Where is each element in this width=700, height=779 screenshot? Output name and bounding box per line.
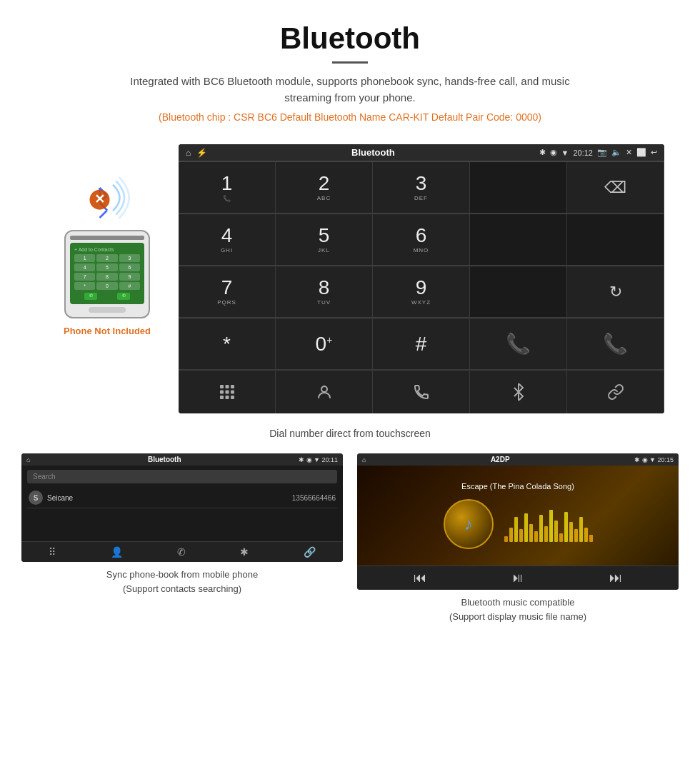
pb-spacer [27,508,337,537]
eq-bar [574,529,578,542]
dial-backspace[interactable]: ⌫ [567,162,664,213]
pb-content: Search S Seicane 13566664466 [21,466,343,541]
dial-key-9[interactable]: 9 WXYZ [373,266,470,318]
svg-rect-10 [231,385,234,388]
play-pause-icon[interactable]: ⏯ [511,571,524,585]
location-icon: ◉ [550,148,557,157]
dial-key-star[interactable]: * [179,318,276,370]
dial-key-4[interactable]: 4 GHI [179,214,276,266]
call-hangup-button[interactable]: 📞 [567,318,664,370]
dial-key-2[interactable]: 2 ABC [276,162,373,213]
dial-key-6[interactable]: 6 MNO [373,214,470,266]
dial-key-7[interactable]: 7 PQRS [179,266,276,318]
equalizer [504,506,593,542]
specs-line: (Bluetooth chip : CSR BC6 Default Blueto… [14,111,686,123]
dial-key-1[interactable]: 1 📞 [179,162,276,213]
phonebook-screen: ⌂ Bluetooth ✱ ◉ ▼ 20:11 Search S Seicane… [21,453,343,562]
pb-bottom-phone[interactable]: ✆ [177,546,186,558]
dialpad-row-3: 7 PQRS 8 TUV 9 WXYZ ↻ [179,266,664,318]
dialpad-row-1: 1 📞 2 ABC 3 DEF ⌫ [179,161,664,213]
dial-key-3[interactable]: 3 DEF [373,162,470,213]
album-art: ♪ [444,499,494,549]
status-bar: ⌂ ⚡ Bluetooth ✱ ◉ ▼ 20:12 📷 🔈 ✕ ⬜ ↩ [179,144,664,161]
music-caption: Bluetooth music compatible (Support disp… [449,595,586,623]
status-bar-right: ✱ ◉ ▼ 20:12 📷 🔈 ✕ ⬜ ↩ [539,148,657,157]
pb-search-placeholder: Search [33,473,56,481]
pb-bottom-bar: ⠿ 👤 ✆ ✱ 🔗 [21,541,343,562]
dial-key-0[interactable]: 0+ [276,318,373,370]
bottom-link-icon[interactable] [567,371,664,413]
eq-bar [509,528,513,542]
phone-section: ✕ + Add to Contacts 123 456 789 *0# ✆ ✆ [36,144,179,336]
svg-rect-14 [220,396,224,399]
eq-bar [539,515,543,542]
eq-bar [514,517,518,542]
music-content: Escape (The Pina Colada Song) ♪ [357,466,679,566]
music-main: ♪ [364,499,671,549]
eq-bar [569,522,573,542]
music-status-right: ✱ ◉ ▼ 20:15 [634,456,674,463]
bottom-row: ⌂ Bluetooth ✱ ◉ ▼ 20:11 Search S Seicane… [0,453,700,638]
pb-bottom-keypad[interactable]: ⠿ [49,546,56,558]
dial-empty-3 [567,214,664,266]
svg-rect-8 [220,385,224,388]
home-icon: ⌂ [186,148,191,158]
clock: 20:12 [573,149,593,157]
music-screen: ⌂ A2DP ✱ ◉ ▼ 20:15 Escape (The Pina Cola… [357,453,679,590]
page-header: Bluetooth Integrated with BC6 Bluetooth … [0,0,700,144]
volume-icon: 🔈 [611,148,621,157]
eq-bar [559,533,563,542]
dial-empty-1 [470,162,567,213]
car-dialpad-screen: ⌂ ⚡ Bluetooth ✱ ◉ ▼ 20:12 📷 🔈 ✕ ⬜ ↩ 1 📞 [179,144,664,413]
dialpad-row-2: 4 GHI 5 JKL 6 MNO [179,213,664,266]
bottom-contacts-icon[interactable] [276,371,373,413]
phone-mockup: + Add to Contacts 123 456 789 *0# ✆ ✆ [64,230,150,318]
eq-bar [584,528,588,542]
main-area: ✕ + Add to Contacts 123 456 789 *0# ✆ ✆ [0,144,700,413]
eq-bar [524,513,528,542]
svg-line-3 [100,211,108,218]
pb-contact-row[interactable]: S Seicane 13566664466 [27,488,337,508]
eq-bar [564,512,568,542]
dialpad-caption: Dial number direct from touchscreen [0,422,700,453]
skip-prev-icon[interactable]: ⏮ [414,571,426,585]
skip-next-icon[interactable]: ⏭ [609,571,622,585]
call-answer-button[interactable]: 📞 [470,318,567,370]
pb-status-bar: ⌂ Bluetooth ✱ ◉ ▼ 20:11 [21,453,343,466]
subtitle: Integrated with BC6 Bluetooth module, su… [129,74,571,106]
dial-key-8[interactable]: 8 TUV [276,266,373,318]
music-home-icon: ⌂ [362,456,366,463]
camera-icon: 📷 [597,148,607,157]
eq-bar [519,529,523,542]
pb-caption: Sync phone-book from mobile phone (Suppo… [106,568,258,595]
dial-empty-4 [470,266,567,318]
eq-bar [534,531,538,542]
pb-search-bar[interactable]: Search [27,470,337,483]
pb-bottom-link[interactable]: 🔗 [304,546,316,558]
pb-bottom-contacts[interactable]: 👤 [111,546,123,558]
status-bar-left: ⌂ ⚡ [186,148,207,158]
dialpad-row-4: * 0+ # 📞 📞 [179,318,664,370]
dial-reload[interactable]: ↻ [567,266,664,318]
dial-key-5[interactable]: 5 JKL [276,214,373,266]
window-icon: ⬜ [636,148,646,157]
eq-bar [554,521,558,542]
close-icon: ✕ [626,148,632,157]
bottom-keypad-icon[interactable] [179,371,276,413]
usb-icon: ⚡ [196,148,207,158]
bottom-bluetooth-icon[interactable] [470,371,567,413]
pb-status-title: Bluetooth [148,456,181,463]
bt-music-icon: ♪ [464,514,473,534]
dial-key-hash[interactable]: # [373,318,470,370]
bottom-phone-icon[interactable] [373,371,470,413]
dial-empty-2 [470,214,567,266]
eq-bar [589,535,593,542]
pb-bottom-bt[interactable]: ✱ [240,546,249,558]
pb-contact-name: Seicane [47,494,288,502]
eq-bar [549,510,553,542]
music-item: ⌂ A2DP ✱ ◉ ▼ 20:15 Escape (The Pina Cola… [357,453,679,623]
svg-rect-11 [220,391,224,394]
music-status-bar: ⌂ A2DP ✱ ◉ ▼ 20:15 [357,453,679,466]
phone-not-included-label: Phone Not Included [64,326,151,336]
eq-bar [504,536,508,542]
